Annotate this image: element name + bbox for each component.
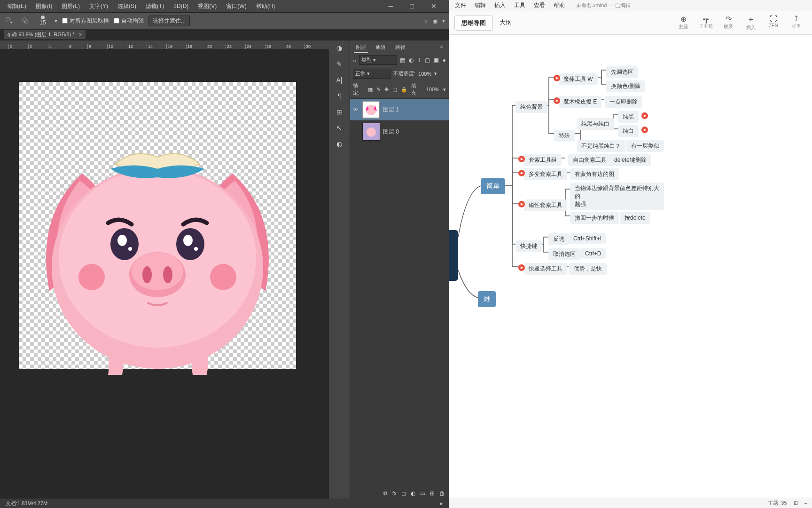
delete-icon[interactable]: 🗑 [439,490,445,497]
tool-relation[interactable]: ↷联系 [717,15,740,31]
menu-3d[interactable]: 3D(D) [169,1,193,11]
node-wand[interactable]: 魔棒工具 W [559,73,598,85]
glyphs-icon[interactable]: ⊞ [336,108,342,116]
tab-channels[interactable]: 通道 [374,42,388,53]
workspace-icon[interactable]: ▣ [432,17,437,24]
menu-window[interactable]: 窗口(W) [221,0,251,12]
node-deselectkey[interactable]: Ctrl+D [580,248,606,259]
node-notbwnote[interactable]: 有一层类似 [626,140,664,152]
node-black[interactable]: 纯黑 [618,111,639,123]
lock-trans-icon[interactable]: ▦ [368,87,373,93]
filter-type[interactable]: 类型 ▾ [359,55,397,65]
node-magnote2[interactable]: 撤回一步的时候 [570,212,619,224]
menu-layer[interactable]: 图层(L) [57,0,85,12]
node-magnote1[interactable]: 当物体边缘跟背景颜色差距特别大的越强 [570,183,664,210]
tool-zen[interactable]: ⛶ZEN [762,15,785,31]
node-lasso[interactable]: 套索工具组 [524,154,562,166]
filter-smart-icon[interactable]: ▣ [434,57,439,64]
chevron-down-icon[interactable]: ▾ [442,17,445,24]
node-white[interactable]: 纯白 [618,125,639,137]
tab-outline[interactable]: 大纲 [493,16,518,31]
search-icon[interactable]: ⌕ [424,17,428,24]
opacity-value[interactable]: 100% [418,71,431,77]
minimize-icon[interactable]: ─ [384,0,398,12]
document-tab[interactable]: g @ 90.9% (图层 1, RGB/8) * × [4,30,86,39]
node-polynote[interactable]: 有蒙角有边的图 [570,168,619,180]
layer-row[interactable]: 图层 0 [350,121,449,143]
sample-all-checkbox[interactable]: 对所有图层取样 [62,17,109,25]
node-eraser1[interactable]: 一点即删除 [605,96,642,108]
maximize-icon[interactable]: □ [406,0,419,12]
chevron-down-icon[interactable]: ▾ [434,71,437,77]
layer-thumb[interactable] [362,123,380,141]
zoom-out-icon[interactable]: − [804,500,807,506]
node-pure-bg[interactable]: 纯色背景 [515,101,547,113]
node-notbw[interactable]: 不是纯黑纯白？ [577,140,625,152]
node-deselect[interactable]: 取消选区 [548,248,580,260]
paragraph-icon[interactable]: ¶ [337,92,341,100]
filter-toggle-icon[interactable]: ● [443,57,446,64]
add-selection-icon[interactable] [20,15,31,26]
menu-insert[interactable]: 插入 [490,0,510,11]
chevron-down-icon[interactable]: ▾ [55,17,57,24]
menu-view[interactable]: 视图(V) [193,0,221,12]
doc-info[interactable]: 文档:1.83M/4.27M [6,500,47,507]
menu-filter[interactable]: 滤镜(T) [141,0,169,12]
tab-mindmap[interactable]: 思维导图 [454,16,493,31]
panel-menu-icon[interactable]: ≡ [438,42,445,53]
filter-shape-icon[interactable]: ▢ [425,57,430,64]
menu-file[interactable]: 文件 [451,0,470,11]
link-icon[interactable]: ⧉ [383,490,388,497]
tool-subtopic[interactable]: ╦子主题 [695,15,717,31]
node-poly[interactable]: 多变套索工具 [524,168,567,180]
select-and-mask-button[interactable]: 选择并遮住... [148,16,190,26]
auto-enhance-checkbox[interactable]: 自动增强 [114,17,144,25]
filter-type-icon[interactable]: T [417,57,421,64]
char-icon[interactable]: A| [336,76,343,84]
visibility-icon[interactable]: 👁 [352,106,359,113]
menu-help[interactable]: 帮助(H) [251,0,280,12]
layer-thumb[interactable] [362,101,380,119]
fill-value[interactable]: 100% [426,87,439,92]
tab-paths[interactable]: 路径 [393,42,407,53]
mindmap-canvas[interactable]: 简单 难 纯色背景 套索工具组 多变套索工具 磁性套索工具 快捷键 快速选择工具… [449,35,812,498]
tool-share[interactable]: ⤴分享 [785,15,807,31]
layer-name[interactable]: 图层 0 [383,128,399,136]
lock-pixel-icon[interactable]: ✎ [376,87,381,93]
marker-icon[interactable] [518,201,525,207]
marker-icon[interactable] [641,112,648,119]
layer-row[interactable]: 👁 图层 1 [350,99,449,121]
node-eraser[interactable]: 魔术橡皮擦 E [559,96,601,108]
menu-help[interactable]: 帮助 [549,0,569,11]
filter-search-icon[interactable]: ⌕ [353,57,356,63]
node-root[interactable] [449,230,458,281]
quick-select-tool-icon[interactable] [4,15,15,26]
new-layer-icon[interactable]: ⊞ [430,490,435,497]
node-shortcut[interactable]: 快捷键 [515,240,542,252]
node-invert[interactable]: 反选 [548,233,569,245]
menu-view[interactable]: 查看 [530,0,549,11]
marker-icon[interactable] [518,156,525,162]
fx-icon[interactable]: fx [392,490,397,497]
tool-topic[interactable]: ⊕主题 [672,15,695,31]
marker-icon[interactable] [518,264,525,271]
swatches-icon[interactable]: ◐ [336,140,342,148]
adjustment-icon[interactable]: ◐ [411,490,415,497]
node-easy[interactable]: 简单 [481,178,505,194]
marker-icon[interactable] [554,97,560,104]
tool-insert[interactable]: ＋插入 [740,15,762,31]
filter-pixel-icon[interactable]: ▦ [400,57,405,64]
lock-all-icon[interactable]: 🔒 [401,87,407,93]
menu-select[interactable]: 选择(S) [113,0,141,12]
map-icon[interactable]: ⊞ [794,500,798,506]
menu-tools[interactable]: 工具 [510,0,530,11]
node-freelasso[interactable]: 自由套索工具 [568,154,611,166]
marker-icon[interactable] [554,75,560,81]
node-wand2[interactable]: 换颜色/删除 [606,80,645,92]
node-deletekey[interactable]: delete键删除 [609,154,651,166]
mask-icon[interactable]: ◻ [401,490,406,497]
filter-adjust-icon[interactable]: ◐ [409,57,414,64]
marker-icon[interactable] [518,170,525,176]
node-quicknote[interactable]: 优势，是快 [569,263,607,275]
brush-preset[interactable]: 15 [36,14,50,28]
